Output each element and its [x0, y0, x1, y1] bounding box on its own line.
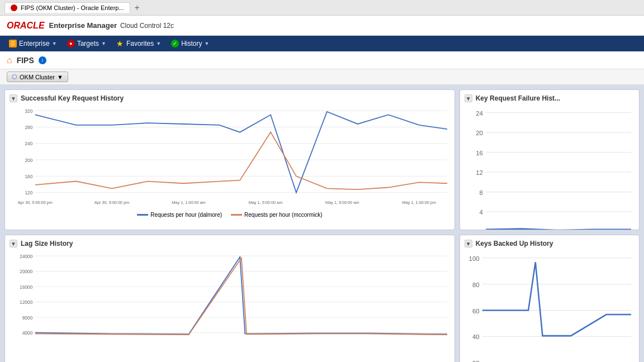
collapse-icon-successful[interactable]: ▼: [10, 94, 17, 102]
history-chevron: ▼: [205, 41, 210, 46]
panel-header-keys: ▼ Keys Backed Up History: [465, 240, 634, 247]
svg-text:May 1, 5:00:00 am: May 1, 5:00:00 am: [249, 200, 283, 205]
svg-text:4: 4: [479, 209, 483, 216]
legend-dalmore: Requests per hour (dalmore): [137, 212, 222, 218]
svg-text:Apr 30, 5:00:00 pm: Apr 30, 5:00:00 pm: [18, 200, 53, 205]
svg-text:Apr 30, 9:00:00 pm: Apr 30, 9:00:00 pm: [94, 200, 129, 205]
page-header: ⌂ FIPS i: [0, 51, 644, 69]
chart-legend-successful: Requests per hour (dalmore) Requests per…: [10, 212, 450, 218]
sub-nav: ⬡ OKM Cluster ▼: [0, 69, 644, 85]
main-content: ▼ Successful Key Request History 320 280…: [0, 85, 644, 362]
svg-text:280: 280: [25, 125, 32, 130]
cluster-chevron: ▼: [57, 74, 63, 80]
svg-text:12000: 12000: [20, 300, 32, 305]
targets-chevron: ▼: [101, 41, 106, 46]
nav-enterprise[interactable]: ☰ Enterprise ▼: [4, 37, 61, 50]
page-title: FIPS: [17, 56, 34, 65]
info-icon[interactable]: i: [39, 56, 46, 64]
key-request-failure-panel: ▼ Key Request Failure Hist... 24 20 16 1…: [460, 89, 640, 230]
chart-area-keys: 100 80 60 40 20: [465, 251, 634, 362]
legend-label-mccormick: Requests per hour (mccormick): [244, 212, 322, 218]
okm-cluster-button[interactable]: ⬡ OKM Cluster ▼: [7, 72, 68, 82]
svg-text:16: 16: [476, 150, 483, 156]
app-name: Enterprise Manager: [49, 21, 117, 30]
nav-favorites-label: Favorites: [126, 40, 154, 47]
successful-key-request-panel: ▼ Successful Key Request History 320 280…: [4, 89, 455, 230]
chart-svg-successful: 320 280 240 200 160 120 Apr 30, 5:00:00 …: [10, 106, 450, 208]
browser-chrome: FIPS (OKM Cluster) - Oracle Enterp... +: [0, 0, 644, 16]
nav-targets-label: Targets: [77, 40, 99, 47]
history-icon: ✓: [171, 40, 179, 47]
svg-text:60: 60: [472, 308, 480, 315]
svg-text:200: 200: [25, 158, 32, 163]
svg-text:240: 240: [25, 141, 32, 146]
fips-home-icon: ⌂: [7, 55, 12, 65]
panel-title-lag: Lag Size History: [21, 240, 73, 247]
cluster-label: OKM Cluster: [20, 74, 55, 80]
panel-header-lag: ▼ Lag Size History: [10, 240, 450, 247]
nav-bar: ☰ Enterprise ▼ ● Targets ▼ ★ Favorites ▼…: [0, 36, 644, 51]
svg-text:8: 8: [479, 189, 482, 196]
collapse-icon-keys[interactable]: ▼: [465, 240, 472, 247]
svg-text:320: 320: [25, 109, 32, 114]
svg-text:24000: 24000: [20, 254, 32, 259]
panel-title-successful: Successful Key Request History: [21, 94, 124, 102]
legend-label-dalmore: Requests per hour (dalmore): [150, 212, 222, 218]
svg-text:12: 12: [476, 169, 483, 176]
svg-text:16000: 16000: [20, 285, 32, 290]
chart-svg-failure: 24 20 16 12 8 4 0 Apr 30, 5:00:00 pm Apr…: [465, 106, 634, 230]
chart-area-failure: 24 20 16 12 8 4 0 Apr 30, 5:00:00 pm Apr…: [465, 106, 634, 230]
nav-favorites[interactable]: ★ Favorites ▼: [112, 37, 165, 50]
nav-history-label: History: [181, 40, 202, 47]
browser-tab[interactable]: FIPS (OKM Cluster) - Oracle Enterp...: [4, 2, 130, 13]
chart-svg-lag: 24000 20000 16000 12000 8000 4000: [10, 251, 450, 348]
enterprise-chevron: ▼: [52, 41, 57, 46]
svg-text:120: 120: [25, 190, 32, 196]
nav-history[interactable]: ✓ History ▼: [167, 37, 214, 50]
nav-targets[interactable]: ● Targets ▼: [63, 37, 111, 50]
chart-area-lag: 24000 20000 16000 12000 8000 4000: [10, 251, 450, 350]
legend-mccormick: Requests per hour (mccormick): [231, 212, 322, 218]
keys-backed-up-panel: ▼ Keys Backed Up History 100 80 60 40 20: [460, 235, 640, 362]
chart-area-successful: 320 280 240 200 160 120 Apr 30, 5:00:00 …: [10, 106, 450, 218]
oracle-logo: ORACLE: [7, 21, 45, 31]
svg-text:4000: 4000: [22, 331, 33, 336]
favorites-chevron: ▼: [156, 41, 161, 46]
chart-svg-keys: 100 80 60 40 20: [465, 251, 634, 362]
app-version: Cloud Control 12c: [120, 22, 174, 30]
svg-text:80: 80: [472, 282, 480, 288]
tab-favicon: [11, 4, 17, 11]
lag-size-panel: ▼ Lag Size History 24000 20000 16000 120…: [4, 235, 455, 362]
collapse-icon-failure[interactable]: ▼: [465, 94, 472, 102]
svg-text:0: 0: [479, 229, 482, 230]
svg-text:160: 160: [25, 174, 32, 179]
panel-header-successful: ▼ Successful Key Request History: [10, 94, 450, 102]
panel-header-failure: ▼ Key Request Failure Hist...: [465, 94, 634, 102]
collapse-icon-lag[interactable]: ▼: [10, 240, 17, 247]
svg-text:40: 40: [472, 334, 480, 340]
panel-title-failure: Key Request Failure Hist...: [476, 94, 560, 102]
svg-text:24: 24: [476, 110, 483, 117]
tab-title: FIPS (OKM Cluster) - Oracle Enterp...: [21, 4, 124, 11]
svg-text:20: 20: [472, 360, 480, 362]
cluster-icon: ⬡: [12, 73, 17, 80]
svg-text:May 1, 1:00:00 am: May 1, 1:00:00 am: [172, 200, 206, 205]
legend-line-mccormick: [231, 214, 242, 216]
app-header: ORACLE Enterprise Manager Cloud Control …: [0, 16, 644, 36]
favorites-icon: ★: [116, 40, 124, 47]
svg-text:20000: 20000: [20, 269, 32, 274]
svg-text:100: 100: [468, 255, 479, 262]
legend-line-dalmore: [137, 214, 148, 216]
svg-text:May 1, 9:00:00 am: May 1, 9:00:00 am: [325, 200, 359, 205]
svg-text:8000: 8000: [22, 316, 33, 321]
nav-enterprise-label: Enterprise: [19, 40, 50, 47]
svg-text:May 1, 1:00:00 pm: May 1, 1:00:00 pm: [402, 200, 436, 205]
targets-icon: ●: [67, 40, 75, 47]
enterprise-icon: ☰: [9, 40, 17, 47]
panel-title-keys: Keys Backed Up History: [476, 240, 553, 247]
new-tab-button[interactable]: +: [135, 3, 140, 13]
svg-text:20: 20: [476, 130, 483, 136]
